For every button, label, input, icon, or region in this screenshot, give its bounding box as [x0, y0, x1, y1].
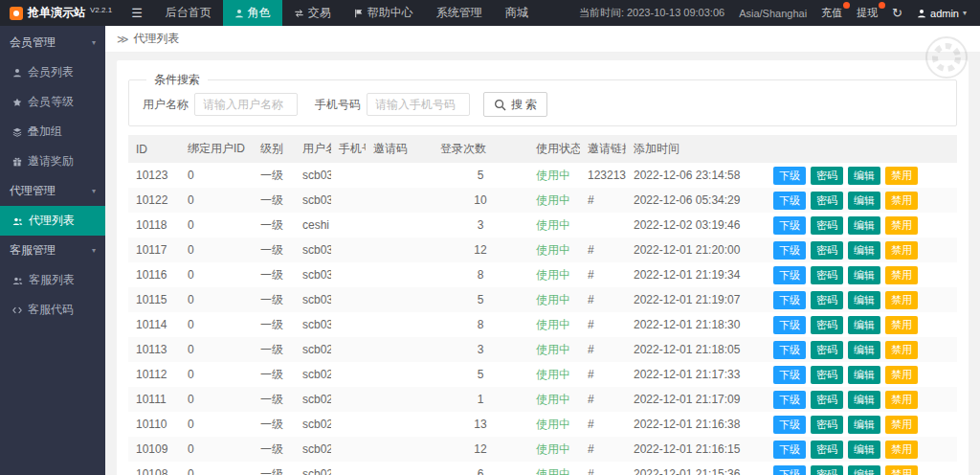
top-nav-label: 交易: [308, 5, 331, 21]
cell-bind-user-id: 0: [180, 462, 253, 475]
disable-button[interactable]: 禁用: [885, 291, 918, 309]
edit-button[interactable]: 编辑: [848, 391, 880, 409]
top-nav-system[interactable]: 系统管理: [425, 0, 494, 26]
table-row: 101220一级scb03410使用中#2022-12-06 05:34:29下…: [128, 188, 957, 213]
cell-created-at: 2022-12-01 21:17:09: [626, 387, 766, 412]
edit-button[interactable]: 编辑: [848, 441, 880, 459]
recharge-link[interactable]: 充值: [821, 6, 842, 20]
username-label: 用户名称: [143, 97, 189, 113]
password-button[interactable]: 密码: [811, 316, 843, 334]
top-nav-home[interactable]: 后台首页: [154, 0, 223, 26]
cell-invite-link: #: [580, 238, 626, 262]
current-time: 当前时间: 2023-10-13 09:03:06: [579, 6, 724, 20]
subordinate-button[interactable]: 下级: [773, 266, 806, 284]
disable-button[interactable]: 禁用: [885, 465, 918, 475]
phone-input[interactable]: [367, 93, 470, 116]
disable-button[interactable]: 禁用: [885, 192, 918, 210]
password-button[interactable]: 密码: [811, 266, 843, 284]
edit-button[interactable]: 编辑: [848, 341, 880, 359]
sidebar-group-member[interactable]: 会员管理▾: [0, 28, 105, 57]
sidebar-group-service[interactable]: 客服管理▾: [0, 236, 105, 265]
password-button[interactable]: 密码: [811, 391, 843, 409]
cell-id: 10115: [128, 287, 180, 312]
password-button[interactable]: 密码: [811, 366, 843, 384]
subordinate-button[interactable]: 下级: [773, 291, 806, 309]
password-button[interactable]: 密码: [811, 441, 843, 459]
search-button[interactable]: 搜 索: [483, 92, 547, 117]
user-menu[interactable]: admin ▾: [917, 8, 967, 19]
top-nav-mall[interactable]: 商城: [494, 0, 540, 26]
subordinate-button[interactable]: 下级: [773, 216, 806, 235]
refresh-icon[interactable]: ↻: [892, 6, 902, 20]
menu-toggle-icon[interactable]: ☰: [120, 6, 154, 20]
edit-button[interactable]: 编辑: [848, 366, 880, 384]
subordinate-button[interactable]: 下级: [773, 441, 806, 459]
sidebar-item-service-list[interactable]: 客服列表: [0, 265, 105, 295]
disable-button[interactable]: 禁用: [885, 416, 918, 434]
edit-button[interactable]: 编辑: [848, 291, 880, 309]
cell-phone: [331, 412, 366, 437]
sidebar-item-service-code[interactable]: 客服代码: [0, 295, 105, 325]
chevron-down-icon: ▾: [92, 187, 96, 195]
edit-button[interactable]: 编辑: [848, 167, 880, 185]
password-button[interactable]: 密码: [811, 341, 843, 359]
sidebar-item-agent-list[interactable]: 代理列表: [0, 206, 105, 236]
sidebar-item-stack-group[interactable]: 叠加组: [0, 117, 105, 147]
withdraw-link[interactable]: 提现: [857, 6, 878, 20]
cell-invite-link: #: [580, 437, 626, 462]
subordinate-button[interactable]: 下级: [773, 341, 806, 359]
subordinate-button[interactable]: 下级: [773, 366, 806, 384]
subordinate-button[interactable]: 下级: [773, 316, 806, 334]
sidebar-item-member-level[interactable]: 会员等级: [0, 87, 105, 117]
password-button[interactable]: 密码: [811, 291, 843, 309]
disable-button[interactable]: 禁用: [885, 216, 918, 235]
subordinate-button[interactable]: 下级: [773, 416, 806, 434]
cell-status: 使用中: [528, 188, 580, 213]
password-button[interactable]: 密码: [811, 465, 843, 475]
sidebar-item-member-list[interactable]: 会员列表: [0, 57, 105, 87]
edit-button[interactable]: 编辑: [848, 192, 880, 210]
top-nav-help[interactable]: 帮助中心: [343, 0, 425, 26]
edit-button[interactable]: 编辑: [848, 266, 880, 284]
edit-button[interactable]: 编辑: [848, 416, 880, 434]
edit-button[interactable]: 编辑: [848, 316, 880, 334]
cell-status: 使用中: [528, 238, 580, 262]
search-form: 用户名称 手机号码 搜 索: [139, 92, 947, 117]
cell-created-at: 2022-12-01 21:16:38: [626, 412, 766, 437]
edit-button[interactable]: 编辑: [848, 216, 880, 235]
password-button[interactable]: 密码: [811, 167, 843, 185]
top-nav-role[interactable]: 角色: [223, 0, 282, 26]
cell-id: 10118: [128, 213, 180, 238]
password-button[interactable]: 密码: [811, 192, 843, 210]
disable-button[interactable]: 禁用: [885, 316, 918, 334]
username-input[interactable]: [194, 93, 298, 116]
cell-invite-link: #: [580, 337, 626, 362]
cell-login-count: 3: [433, 213, 528, 238]
subordinate-button[interactable]: 下级: [773, 192, 806, 210]
sidebar-group-agent[interactable]: 代理管理▾: [0, 176, 105, 206]
subordinate-button[interactable]: 下级: [773, 391, 806, 409]
password-button[interactable]: 密码: [811, 416, 843, 434]
table-row: 101080一级scb0246使用中#2022-12-01 21:15:36下级…: [128, 462, 957, 475]
subordinate-button[interactable]: 下级: [773, 167, 806, 185]
cell-actions: 下级密码编辑禁用: [766, 462, 957, 475]
top-nav-trade[interactable]: 交易: [282, 0, 343, 26]
edit-button[interactable]: 编辑: [848, 241, 880, 260]
disable-button[interactable]: 禁用: [885, 366, 918, 384]
cell-invite-code: [366, 287, 433, 312]
disable-button[interactable]: 禁用: [885, 391, 918, 409]
disable-button[interactable]: 禁用: [885, 241, 918, 260]
disable-button[interactable]: 禁用: [885, 266, 918, 284]
password-button[interactable]: 密码: [811, 216, 843, 235]
edit-button[interactable]: 编辑: [848, 465, 880, 475]
sidebar-item-invite-reward[interactable]: 邀请奖励: [0, 147, 105, 176]
cell-invite-code: [366, 163, 433, 188]
disable-button[interactable]: 禁用: [885, 167, 918, 185]
disable-button[interactable]: 禁用: [885, 341, 918, 359]
subordinate-button[interactable]: 下级: [773, 465, 806, 475]
subordinate-button[interactable]: 下级: [773, 241, 806, 260]
password-button[interactable]: 密码: [811, 241, 843, 260]
disable-button[interactable]: 禁用: [885, 441, 918, 459]
cell-status: 使用中: [528, 437, 580, 462]
cell-status: 使用中: [528, 462, 580, 475]
